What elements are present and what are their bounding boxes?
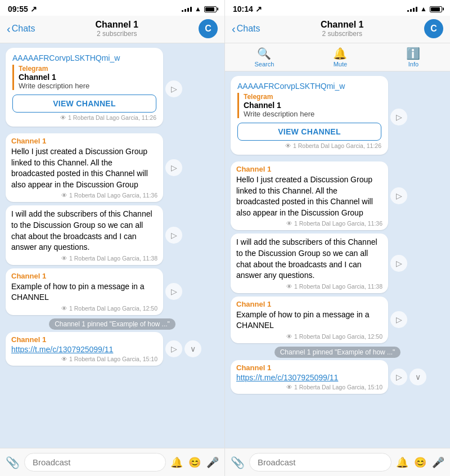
forward-button[interactable]: ▷ xyxy=(165,80,182,97)
meta-text: 👁 1 Roberta Dal Lago Garcia, 11:36 xyxy=(61,192,158,199)
channel-name: Channel 1 xyxy=(11,272,158,280)
bubble-text: Example of how to pin a message in a CHA… xyxy=(236,309,382,331)
forward-button[interactable]: ▷ xyxy=(390,311,407,328)
status-bar: 09:55 ↗ ▲ xyxy=(0,0,224,16)
broadcast-input[interactable] xyxy=(249,453,392,471)
back-button[interactable]: ‹ Chats xyxy=(7,24,35,34)
bubble-meta: 👁 1 Roberta Dal Lago Garcia, 11:38 xyxy=(11,255,158,262)
back-chevron-icon: ‹ xyxy=(232,23,236,34)
meta-text: 👁 1 Roberta Dal Lago Garcia, 15:10 xyxy=(286,384,382,390)
chevron-down-icon: ∨ xyxy=(190,344,196,353)
message-wrap: Channel 1 https://t.me/c/1307925099/11 👁… xyxy=(231,360,444,394)
status-icons: ▲ xyxy=(407,5,442,13)
bubble-meta: 👁 1 Roberta Dal Lago Garcia, 12:50 xyxy=(11,305,158,312)
forward-button[interactable]: ▷ xyxy=(390,109,407,125)
input-bar: 📎 🔔 😊 🎤 xyxy=(0,448,224,476)
bubble-meta: 👁 1 Roberta Dal Lago Garcia, 15:10 xyxy=(11,356,158,362)
message-wrap: I will add the subscribers of this Chann… xyxy=(6,205,219,264)
mute-label: Mute xyxy=(334,61,347,68)
nav-subtitle: 2 subscribers xyxy=(260,30,424,38)
forward-button[interactable]: ▷ xyxy=(390,255,407,272)
forward-icon: ▷ xyxy=(171,344,177,353)
message-wrap: Channel 1 Hello I just created a Discuss… xyxy=(6,133,219,202)
status-icons: ▲ xyxy=(182,5,217,13)
channel-card-inner: Telegram Channel 1 Write description her… xyxy=(12,65,156,90)
bubble-link[interactable]: https://t.me/c/1307925099/11 xyxy=(11,345,158,354)
back-chevron-icon: ‹ xyxy=(7,23,11,34)
channel-link-bubble: Channel 1 https://t.me/c/1307925099/11 👁… xyxy=(231,360,388,394)
scroll-down-button[interactable]: ∨ xyxy=(410,369,426,385)
channel-message-bubble: Channel 1 Example of how to pin a messag… xyxy=(231,297,388,343)
channel-message-bubble: Channel 1 Hello I just created a Discuss… xyxy=(6,133,163,202)
action-btn-mute[interactable]: 🔔 Mute xyxy=(333,48,347,68)
nav-center: Channel 1 2 subscribers xyxy=(260,20,424,38)
battery-icon xyxy=(430,6,442,12)
message-wrap: Channel 1 Hello I just created a Discuss… xyxy=(231,161,444,230)
forward-button[interactable]: ▷ xyxy=(390,187,407,204)
channel-card-source: Telegram xyxy=(244,93,381,101)
message-wrap: Channel 1 Example of how to pin a messag… xyxy=(6,268,219,315)
view-channel-button[interactable]: VIEW CHANNEL xyxy=(12,95,156,113)
back-button[interactable]: ‹ Chats xyxy=(232,24,260,34)
search-label: Search xyxy=(255,61,274,68)
meta-text: 👁 1 Roberta Dal Lago Garcia, 11:26 xyxy=(60,114,156,121)
message-wrap: AAAAAFRCorvpLSKTHQmi_w Telegram Channel … xyxy=(231,76,444,158)
forward-icon: ▷ xyxy=(396,372,402,381)
chat-area: AAAAAFRCorvpLSKTHQmi_w Telegram Channel … xyxy=(0,43,224,448)
action-btn-search[interactable]: 🔍 Search xyxy=(255,48,274,68)
channel-name: Channel 1 xyxy=(236,300,382,308)
forward-button[interactable]: ▷ xyxy=(165,227,182,244)
forward-button[interactable]: ▷ xyxy=(165,340,182,357)
bubble-meta: 👁 1 Roberta Dal Lago Garcia, 11:26 xyxy=(237,142,381,149)
action-bar: 🔍 Search 🔔 Mute ℹ️ Info xyxy=(225,43,450,71)
forward-icon: ▷ xyxy=(171,231,177,240)
input-bar: 📎 🔔 😊 🎤 xyxy=(225,448,450,476)
emoji-icon[interactable]: 😊 xyxy=(188,456,201,469)
forward-button[interactable]: ▷ xyxy=(165,159,182,176)
forward-icon: ▷ xyxy=(396,315,402,324)
bubble-text: I will add the subscribers of this Chann… xyxy=(11,209,158,253)
bubble-link[interactable]: https://t.me/c/1307925099/11 xyxy=(236,373,382,382)
chat-area: AAAAAFRCorvpLSKTHQmi_w Telegram Channel … xyxy=(225,71,450,448)
channel-card-link[interactable]: AAAAAFRCorvpLSKTHQmi_w xyxy=(237,82,381,91)
meta-text: 👁 1 Roberta Dal Lago Garcia, 11:36 xyxy=(286,220,382,227)
broadcast-input[interactable] xyxy=(24,453,166,471)
signal-icon xyxy=(407,6,417,12)
view-channel-button[interactable]: VIEW CHANNEL xyxy=(237,123,381,141)
bubble-meta: 👁 1 Roberta Dal Lago Garcia, 11:38 xyxy=(236,283,382,290)
message-wrap: I will add the subscribers of this Chann… xyxy=(231,233,444,293)
emoji-icon[interactable]: 😊 xyxy=(414,456,426,469)
plain-message-bubble: I will add the subscribers of this Chann… xyxy=(231,233,388,293)
attach-icon[interactable]: 📎 xyxy=(6,456,20,469)
scroll-down-button[interactable]: ∨ xyxy=(184,340,201,357)
mic-icon[interactable]: 🎤 xyxy=(206,456,219,469)
pin-notice: Channel 1 pinned "Example of how ..." xyxy=(231,347,444,358)
channel-message-bubble: Channel 1 Hello I just created a Discuss… xyxy=(231,161,388,230)
channel-link-bubble: Channel 1 https://t.me/c/1307925099/11 👁… xyxy=(6,332,163,366)
status-time: 09:55 ↗ xyxy=(8,5,37,14)
channel-name: Channel 1 xyxy=(236,165,382,173)
attach-icon[interactable]: 📎 xyxy=(231,456,245,469)
forward-button[interactable]: ▷ xyxy=(390,369,407,385)
channel-card-link[interactable]: AAAAAFRCorvpLSKTHQmi_w xyxy=(12,53,156,62)
channel-name: Channel 1 xyxy=(11,335,158,344)
search-icon: 🔍 xyxy=(257,48,271,59)
nav-avatar[interactable]: C xyxy=(199,19,218,38)
back-label: Chats xyxy=(237,24,260,34)
info-label: Info xyxy=(408,61,418,68)
signal-icon xyxy=(182,6,192,12)
nav-subtitle: 2 subscribers xyxy=(35,30,199,38)
channel-card-source: Telegram xyxy=(19,65,156,73)
meta-text: 👁 1 Roberta Dal Lago Garcia, 12:50 xyxy=(286,333,382,340)
nav-header: ‹ Chats Channel 1 2 subscribers C xyxy=(0,16,224,43)
message-wrap: Channel 1 Example of how to pin a messag… xyxy=(231,297,444,343)
forward-icon: ▷ xyxy=(171,163,177,172)
bell-icon[interactable]: 🔔 xyxy=(396,456,408,469)
bell-icon[interactable]: 🔔 xyxy=(170,456,183,469)
forward-button[interactable]: ▷ xyxy=(165,283,182,300)
wifi-icon: ▲ xyxy=(195,5,201,13)
bubble-text: Example of how to pin a message in a CHA… xyxy=(11,281,158,303)
nav-avatar[interactable]: C xyxy=(424,19,443,38)
mic-icon[interactable]: 🎤 xyxy=(432,456,444,469)
action-btn-info[interactable]: ℹ️ Info xyxy=(406,48,420,68)
